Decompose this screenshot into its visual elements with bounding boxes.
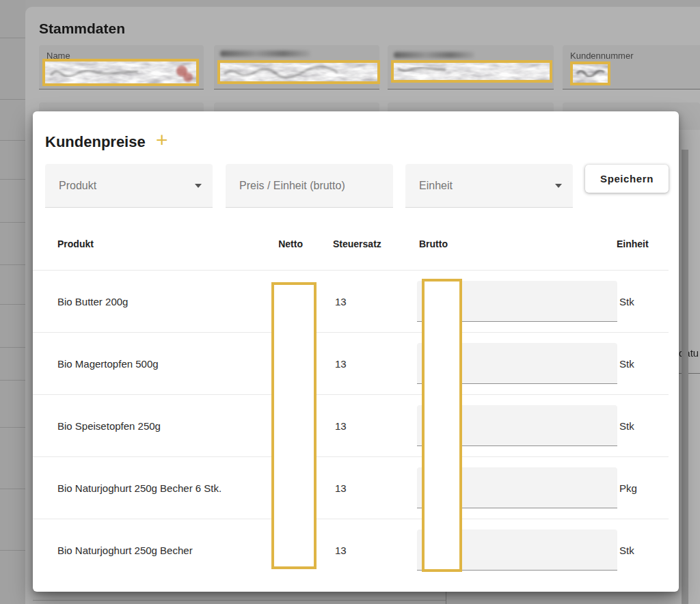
produkt-select[interactable]: Produkt — [45, 164, 213, 208]
cell-steuersatz: 13 — [335, 271, 347, 332]
redaction-box-2 — [217, 60, 380, 84]
table-row: Bio Magertopfen 500g 13 Stk — [33, 332, 669, 394]
cell-produkt: Bio Speisetopfen 250g — [57, 395, 161, 456]
scribble-noise — [573, 64, 608, 83]
cell-produkt: Bio Magertopfen 500g — [57, 333, 159, 394]
header-produkt: Produkt — [57, 238, 94, 249]
bg-field-kundennummer-label: Kundennummer — [570, 51, 634, 61]
redaction-box-name — [42, 59, 199, 86]
cell-einheit: Stk — [619, 271, 634, 332]
header-steuersatz: Steuersatz — [333, 238, 381, 249]
scribble-noise — [45, 61, 196, 83]
produkt-select-placeholder: Produkt — [59, 180, 96, 192]
cell-produkt: Bio Naturjoghurt 250g Becher 6 Stk. — [57, 457, 221, 519]
dialog-title: Kundenpreise — [45, 133, 146, 151]
cell-steuersatz: 13 — [335, 457, 347, 519]
header-brutto: Brutto — [419, 238, 448, 249]
cell-einheit: Pkg — [619, 457, 637, 519]
cell-steuersatz: 13 — [335, 395, 347, 456]
header-netto: Netto — [238, 238, 303, 249]
kundenpreise-dialog: Kundenpreise + Produkt Preis / Einheit (… — [33, 111, 679, 592]
redaction-box-3 — [391, 60, 552, 83]
table-row: Bio Butter 200g 13 Stk — [33, 270, 669, 332]
chevron-down-icon — [195, 184, 202, 188]
background-divider — [33, 600, 446, 601]
table-row: Bio Speisetopfen 250g 13 Stk — [33, 394, 669, 456]
cell-steuersatz: 13 — [335, 519, 347, 581]
background-sidebar — [0, 0, 25, 604]
einheit-select-placeholder: Einheit — [419, 180, 453, 192]
scribble-noise — [220, 63, 377, 81]
preis-input-placeholder: Preis / Einheit (brutto) — [239, 180, 345, 192]
preis-input[interactable]: Preis / Einheit (brutto) — [226, 164, 393, 208]
table-header: Produkt Netto Steuersatz Brutto Einheit — [33, 238, 669, 252]
cell-einheit: Stk — [619, 395, 634, 456]
cell-produkt: Bio Butter 200g — [57, 271, 128, 332]
cell-einheit: Stk — [619, 519, 634, 581]
save-button[interactable]: Speichern — [585, 165, 669, 193]
cell-steuersatz: 13 — [335, 333, 347, 394]
redaction-column-netto — [271, 282, 317, 569]
stammdaten-title: Stammdaten — [39, 20, 125, 37]
cell-einheit: Stk — [619, 333, 634, 394]
redaction-box-kundennummer — [570, 61, 610, 85]
table-row: Bio Naturjoghurt 250g Becher 6 Stk. 13 P… — [33, 456, 669, 519]
einheit-select[interactable]: Einheit — [405, 164, 573, 208]
table-row: Bio Naturjoghurt 250g Becher 13 Stk — [33, 519, 669, 581]
scrollbar-thumb[interactable] — [682, 150, 688, 604]
background-divider — [446, 592, 446, 604]
chevron-down-icon — [555, 184, 562, 188]
cell-produkt: Bio Naturjoghurt 250g Becher — [57, 519, 193, 581]
add-price-icon[interactable]: + — [156, 129, 168, 151]
price-table: Bio Butter 200g 13 Stk Bio Magertopfen 5… — [33, 270, 669, 581]
blurred-label-smudge — [394, 52, 474, 58]
app-screen: Stammdaten Name Kundennummer datu — [0, 0, 700, 604]
header-einheit: Einheit — [617, 238, 649, 249]
redaction-column-brutto — [422, 279, 462, 572]
blurred-label-smudge — [220, 51, 310, 57]
scribble-noise — [394, 63, 550, 80]
